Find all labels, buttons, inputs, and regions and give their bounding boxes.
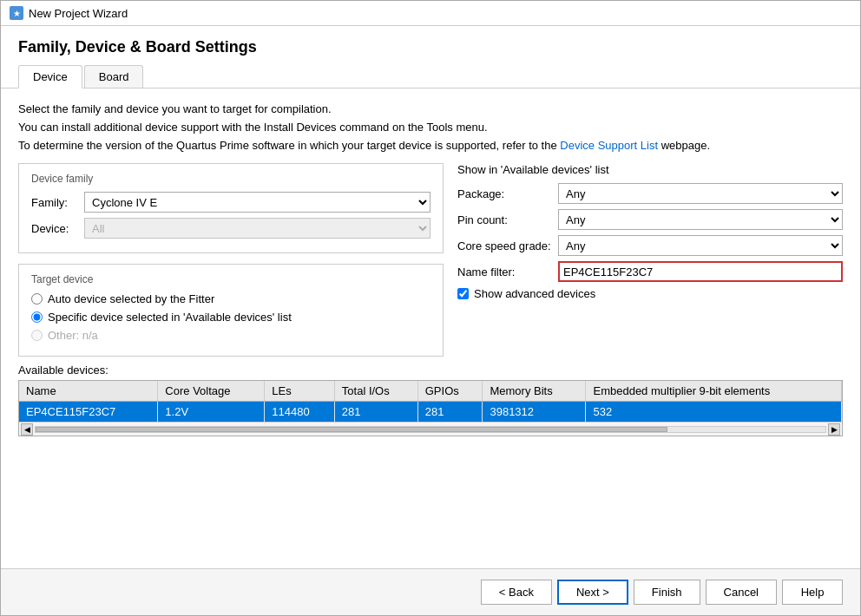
family-dropdown[interactable]: Cyclone IV E <box>84 192 430 213</box>
scroll-left-btn[interactable]: ◀ <box>21 423 33 436</box>
cell-gpios: 281 <box>417 402 483 423</box>
target-device-label: Target device <box>31 273 430 285</box>
right-panel: Show in 'Available devices' list Package… <box>457 163 843 357</box>
desc-line2: You can install additional device suppor… <box>18 119 843 137</box>
page-title: Family, Device & Board Settings <box>1 26 860 65</box>
name-filter-input[interactable] <box>558 261 843 282</box>
available-devices-section: Available devices: Name Core Voltage LEs… <box>18 364 843 436</box>
title-bar: ★ New Project Wizard <box>1 1 860 26</box>
col-total-ios: Total I/Os <box>334 381 417 402</box>
desc-line3: To determine the version of the Quartus … <box>18 137 843 155</box>
device-family-box: Device family Family: Cyclone IV E Devic… <box>18 163 444 253</box>
finish-button[interactable]: Finish <box>634 580 700 605</box>
col-embedded: Embedded multiplier 9-bit elements <box>586 381 842 402</box>
device-label: Device: <box>31 222 79 235</box>
name-filter-label: Name filter: <box>457 265 553 279</box>
content-area: Select the family and device you want to… <box>1 88 860 568</box>
cell-name: EP4CE115F23C7 <box>19 402 158 423</box>
package-label: Package: <box>457 187 553 200</box>
name-filter-row: Name filter: <box>457 261 843 282</box>
horizontal-scrollbar[interactable]: ◀ ▶ <box>19 422 842 436</box>
cell-embedded: 532 <box>586 402 842 423</box>
core-speed-dropdown[interactable]: Any <box>558 235 843 256</box>
col-memory-bits: Memory Bits <box>483 381 586 402</box>
radio-other-label: Other: n/a <box>48 329 98 342</box>
radio-specific-label: Specific device selected in 'Available d… <box>48 311 292 324</box>
back-button[interactable]: < Back <box>481 580 552 605</box>
cell-memory-bits: 3981312 <box>483 402 586 423</box>
tabs-bar: Device Board <box>1 65 860 88</box>
radio-other-input[interactable] <box>31 330 43 341</box>
description-text: Select the family and device you want to… <box>18 101 843 154</box>
scroll-right-btn[interactable]: ▶ <box>828 423 840 436</box>
package-dropdown[interactable]: Any <box>558 183 843 204</box>
desc-line1: Select the family and device you want to… <box>18 101 843 119</box>
cell-core-voltage: 1.2V <box>158 402 265 423</box>
devices-table-wrapper: Name Core Voltage LEs Total I/Os GPIOs M… <box>18 380 843 436</box>
wizard-window: ★ New Project Wizard Family, Device & Bo… <box>0 0 861 616</box>
pin-count-label: Pin count: <box>457 213 553 226</box>
col-gpios: GPIOs <box>417 381 483 402</box>
family-label: Family: <box>31 196 79 209</box>
window-title: New Project Wizard <box>29 7 128 20</box>
radio-other: Other: n/a <box>31 329 430 342</box>
device-family-label: Device family <box>31 173 430 185</box>
cell-total-ios: 281 <box>334 402 417 423</box>
cancel-button[interactable]: Cancel <box>706 580 777 605</box>
radio-specific-input[interactable] <box>31 311 43 323</box>
next-button[interactable]: Next > <box>557 580 628 605</box>
tab-device[interactable]: Device <box>18 65 82 88</box>
radio-specific: Specific device selected in 'Available d… <box>31 311 430 324</box>
col-les: LEs <box>265 381 335 402</box>
device-support-link[interactable]: Device Support List <box>560 139 658 152</box>
table-header-row: Name Core Voltage LEs Total I/Os GPIOs M… <box>19 381 842 402</box>
cell-les: 114480 <box>265 402 335 423</box>
show-advanced-checkbox[interactable] <box>457 288 469 299</box>
scroll-thumb <box>36 427 667 432</box>
devices-table: Name Core Voltage LEs Total I/Os GPIOs M… <box>19 381 842 422</box>
show-available-label: Show in 'Available devices' list <box>457 163 843 176</box>
table-row[interactable]: EP4CE115F23C7 1.2V 114480 281 281 398131… <box>19 402 842 423</box>
device-row: Device: All <box>31 218 430 239</box>
radio-auto: Auto device selected by the Fitter <box>31 292 430 305</box>
show-advanced-row: Show advanced devices <box>457 287 843 300</box>
package-row: Package: Any <box>457 183 843 204</box>
left-panel: Device family Family: Cyclone IV E Devic… <box>18 163 444 357</box>
available-label: Available devices: <box>18 364 843 377</box>
bottom-bar: < Back Next > Finish Cancel Help <box>1 568 860 615</box>
target-device-box: Target device Auto device selected by th… <box>18 264 444 357</box>
pin-count-dropdown[interactable]: Any <box>558 209 843 230</box>
radio-auto-input[interactable] <box>31 293 43 305</box>
pin-count-row: Pin count: Any <box>457 209 843 230</box>
family-row: Family: Cyclone IV E <box>31 192 430 213</box>
help-button[interactable]: Help <box>782 580 843 605</box>
col-name: Name <box>19 381 158 402</box>
show-advanced-label: Show advanced devices <box>474 287 595 300</box>
tab-board[interactable]: Board <box>84 65 144 88</box>
scroll-track[interactable] <box>35 426 826 433</box>
radio-auto-label: Auto device selected by the Fitter <box>48 292 214 305</box>
col-core-voltage: Core Voltage <box>158 381 265 402</box>
core-speed-label: Core speed grade: <box>457 239 553 252</box>
core-speed-row: Core speed grade: Any <box>457 235 843 256</box>
panels-row: Device family Family: Cyclone IV E Devic… <box>18 163 843 357</box>
app-icon: ★ <box>10 6 23 20</box>
device-dropdown[interactable]: All <box>84 218 430 239</box>
